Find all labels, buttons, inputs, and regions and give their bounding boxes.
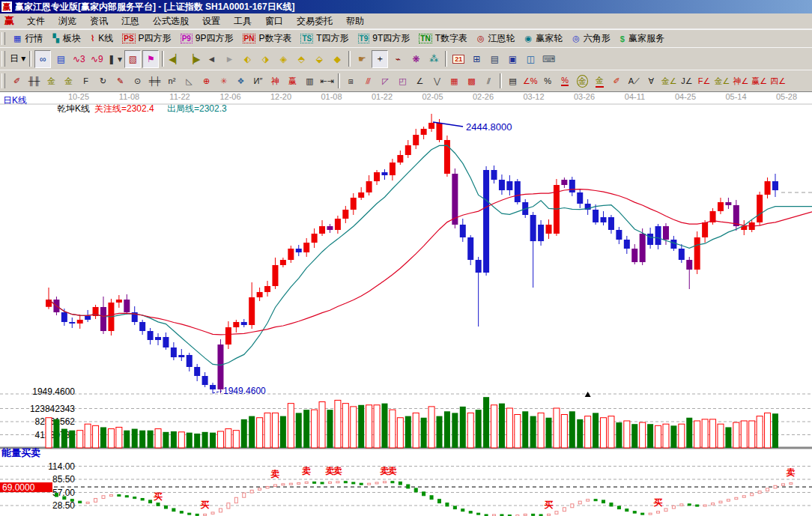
boxed-star-icon[interactable]: ❖ (233, 72, 249, 90)
calculator-icon[interactable]: ⊞ (468, 50, 485, 68)
n2-ruler-icon[interactable]: n² (164, 72, 180, 90)
menu-item[interactable]: 公式选股 (146, 14, 196, 28)
crosshair-icon[interactable]: ＋ (372, 50, 388, 68)
qiankun-pattern-icon[interactable]: ▧ (124, 50, 141, 68)
wave9-icon: ∿9 (91, 54, 103, 64)
remote-pc-icon[interactable]: ⌨ (540, 50, 557, 68)
menu-item[interactable]: 浏览 (52, 14, 83, 28)
wave-mark-icon[interactable]: И″ (250, 72, 266, 90)
p-number-button[interactable]: PNP数字表 (238, 31, 297, 46)
spiral-tool-icon[interactable]: ↻ (95, 72, 111, 90)
last-bar-icon[interactable]: ▕▶ (185, 50, 202, 68)
kline-chart[interactable]: 10-2511-0811-2212-0612-2001-0801-2202-05… (0, 92, 812, 516)
notepad-icon[interactable]: ▤ (486, 50, 503, 68)
t-square-button[interactable]: TST四方形 (296, 31, 353, 46)
menu-item[interactable]: 文件 (20, 14, 52, 28)
wave3-icon[interactable]: ∿3 (70, 50, 87, 68)
four-angle-icon[interactable]: 四∠ (769, 72, 787, 90)
next-bar-icon[interactable]: ► (221, 50, 237, 68)
measure-zoom-icon[interactable]: ⌁ (390, 50, 406, 68)
percent-level-icon[interactable]: % (557, 72, 573, 90)
parallel-lines-icon[interactable]: ⫽ (481, 72, 497, 90)
calendar-21-icon[interactable]: 21 (450, 50, 467, 68)
period-day-selector[interactable]: 日 ▾ (9, 50, 26, 68)
title-bar[interactable]: 赢 赢家江恩专业版[赢家内部服务平台] - [上证指数 SH1A0001-167… (0, 0, 812, 13)
menu-item[interactable]: 窗口 (258, 14, 290, 28)
fan-box2-icon[interactable]: ◰ (395, 72, 410, 90)
prev-bar-icon[interactable]: ◄ (203, 50, 219, 68)
red-grid-box-icon[interactable]: ▩ (464, 72, 479, 90)
p-square-button[interactable]: PSP四方形 (118, 31, 175, 46)
save-disk-icon[interactable]: ▣ (504, 50, 521, 68)
gann-wheel-button[interactable]: ◎江恩轮 (472, 31, 520, 46)
compress-horizontal-icon[interactable]: ⬘ (293, 50, 309, 68)
winner-service-button[interactable]: $赢家服务 (615, 31, 669, 46)
menu-item[interactable]: 设置 (196, 14, 227, 28)
menu-item[interactable]: 工具 (227, 14, 258, 28)
number-grid-icon[interactable]: ▥ (302, 72, 318, 90)
search-binoculars-icon[interactable]: ∞ (34, 50, 51, 68)
fit-screen-icon[interactable]: ⬙ (311, 50, 327, 68)
brain-tool-icon[interactable]: ⁂ (425, 50, 442, 68)
hash-ruler-icon[interactable]: ╪╪ (147, 72, 163, 90)
net-monitor-icon[interactable]: ◫ (522, 50, 539, 68)
menu-item[interactable]: 帮助 (339, 14, 371, 28)
quotes-button[interactable]: ▦行情 (8, 31, 47, 46)
box-select-icon[interactable]: ⧈ (343, 72, 359, 90)
menu-item[interactable]: 资讯 (83, 14, 115, 28)
expand-horizontal-icon[interactable]: ◈ (275, 50, 291, 68)
candle-style-dropdown[interactable]: ❚ ▾ (106, 50, 123, 68)
red-grid-icon[interactable]: ▦ (446, 72, 462, 90)
menu-item[interactable]: 交易委托 (290, 14, 339, 28)
compress-left-icon[interactable]: ⬖ (239, 50, 255, 68)
time-ruler-icon[interactable]: ╫╫ (26, 72, 42, 90)
gann-circle-icon[interactable]: ⊕ (199, 72, 214, 90)
gold-level-icon[interactable]: 金 (592, 72, 608, 90)
win-ruler-icon[interactable]: 赢 (285, 72, 300, 90)
gold-time-ruler-icon[interactable]: 金 (43, 72, 59, 90)
fibonacci-ruler-icon[interactable]: F (78, 72, 94, 90)
gold-price-ruler-icon[interactable]: 金 (61, 72, 76, 90)
gann-fan-icon[interactable]: ⫻ (360, 72, 376, 90)
first-bar-icon[interactable]: ◀▏ (167, 50, 184, 68)
gann-star-icon[interactable]: ✳ (216, 72, 231, 90)
win-angle-icon[interactable]: 赢∠ (751, 72, 768, 90)
sectors-button[interactable]: ▚板块 (47, 31, 85, 46)
trend-lines-icon[interactable]: ∠ (412, 72, 428, 90)
t9-square-button[interactable]: T99T四方形 (354, 31, 415, 46)
shen-ruler-icon[interactable]: 神 (267, 72, 283, 90)
t-number-button[interactable]: TNT数字表 (414, 31, 472, 46)
pen-ruler-icon[interactable]: ✎ (112, 72, 128, 90)
gold2-angle-icon[interactable]: 金∠ (714, 72, 731, 90)
volume-flag-icon[interactable]: ⚑ (142, 50, 159, 68)
gann-shape-icon[interactable]: ∀ (643, 72, 659, 90)
percent-line-icon[interactable]: ∠% (522, 72, 539, 90)
shen-angle-icon[interactable]: 神∠ (732, 72, 749, 90)
span-arrows-icon[interactable]: ⇤⇥ (319, 72, 335, 90)
show-all-icon[interactable]: ◆ (329, 50, 345, 68)
winner-wheel-button[interactable]: ◉赢家轮 (520, 31, 568, 46)
chart-area[interactable]: 日K线 乾坤K线 关注线=2302.4 出局线=2302.3 10-2511-0… (0, 91, 812, 516)
draw-pen-icon[interactable]: ✐ (9, 72, 25, 90)
menu-item[interactable]: 江恩 (115, 14, 146, 28)
gold-angle-icon[interactable]: 金∠ (661, 72, 678, 90)
fan-box-icon[interactable]: ◸ (378, 72, 393, 90)
zigzag-icon[interactable]: ⋁ (429, 72, 445, 90)
percent-icon[interactable]: % (540, 72, 556, 90)
compress-right-icon[interactable]: ⬗ (257, 50, 273, 68)
a-line-icon[interactable]: A⟋ (626, 72, 642, 90)
kline-button[interactable]: ⌇K线 (85, 31, 118, 46)
f-angle-icon[interactable]: F∠ (697, 72, 712, 90)
time-circle-icon[interactable]: ⊙ (130, 72, 145, 90)
scale-ruler-icon[interactable]: ▤ (505, 72, 521, 90)
gold-circle-icon[interactable]: 金 (575, 72, 590, 90)
hexagon-button[interactable]: ◎六角形 (567, 31, 615, 46)
info-document-icon[interactable]: ▤ (52, 50, 69, 68)
throw-pen-icon[interactable]: ✐ (609, 72, 625, 90)
wave9-icon[interactable]: ∿9 (88, 50, 105, 68)
hand-pan-icon[interactable]: ☛ (354, 50, 370, 68)
grapes-tool-icon[interactable]: ❋ (407, 50, 424, 68)
p9-square-button[interactable]: P99P四方形 (176, 31, 238, 46)
j-angle-icon[interactable]: J∠ (679, 72, 695, 90)
protractor-icon[interactable]: ◺ (181, 72, 197, 90)
